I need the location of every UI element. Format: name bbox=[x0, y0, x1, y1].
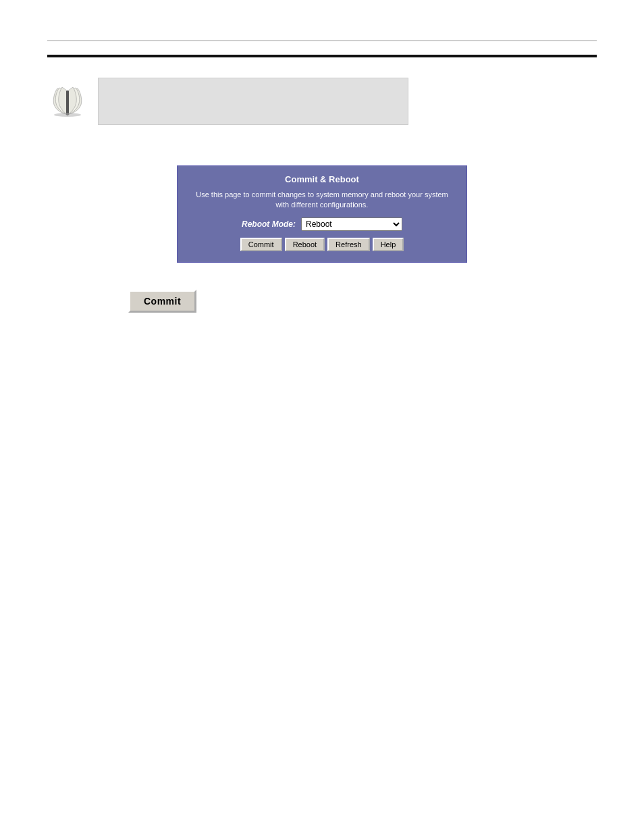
panel-help-button[interactable]: Help bbox=[373, 238, 404, 251]
panel-buttons: Commit Reboot Refresh Help bbox=[191, 238, 453, 251]
panel-title: Commit & Reboot bbox=[191, 174, 453, 184]
book-icon bbox=[47, 81, 88, 122]
commit-reboot-panel: Commit & Reboot Use this page to commit … bbox=[177, 165, 467, 263]
svg-point-0 bbox=[54, 113, 81, 117]
thick-rule bbox=[47, 55, 597, 57]
panel-section: Commit & Reboot Use this page to commit … bbox=[47, 165, 597, 263]
panel-description: Use this page to commit changes to syste… bbox=[191, 190, 453, 211]
panel-refresh-button[interactable]: Refresh bbox=[327, 238, 370, 251]
reboot-mode-label: Reboot Mode: bbox=[242, 219, 296, 229]
content-area: Commit & Reboot Use this page to commit … bbox=[47, 78, 597, 313]
icon-panel bbox=[47, 78, 597, 125]
reboot-mode-row: Reboot Mode: Reboot bbox=[191, 217, 453, 231]
commit-large-button[interactable]: Commit bbox=[128, 290, 196, 313]
panel-reboot-button[interactable]: Reboot bbox=[285, 238, 325, 251]
reboot-mode-select[interactable]: Reboot bbox=[301, 217, 402, 231]
gray-description-box bbox=[98, 78, 408, 125]
commit-button-section: Commit bbox=[47, 290, 597, 313]
panel-commit-button[interactable]: Commit bbox=[240, 238, 282, 251]
top-rule bbox=[47, 41, 597, 41]
